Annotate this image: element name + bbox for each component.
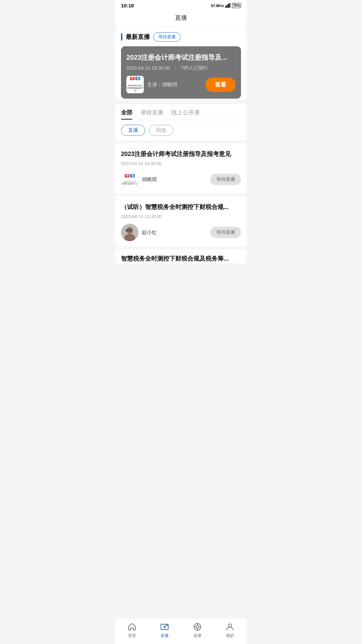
- featured-card: 2023注册会计师考试注册指导及... 2023-04-10 19:30:00 …: [121, 46, 241, 99]
- card-date: 2023-04-11 13:30:00: [121, 214, 241, 219]
- card-speaker: 赵小红: [121, 224, 157, 241]
- category-tabs: 全部 课程直播 线上公开课: [121, 104, 241, 120]
- svg-point-22: [196, 626, 199, 628]
- svg-rect-0: [225, 6, 226, 8]
- featured-date: 2023-04-10 19:30:00: [126, 65, 170, 71]
- page-header: 直播: [116, 10, 246, 27]
- battery-icon: 78%: [232, 3, 241, 8]
- course-icon: [193, 622, 202, 632]
- nav-course[interactable]: 选课: [181, 622, 214, 639]
- live-cards-list: 2023注册会计师考试注册指导及报考意见 2023-04-10 19:30:00…: [116, 141, 246, 269]
- waiting-button[interactable]: 等待直播: [210, 227, 241, 238]
- svg-rect-1: [227, 5, 228, 8]
- latest-live-section: 最新直播 等待直播 2023注册会计师考试注册指导及... 2023-04-10…: [116, 27, 246, 99]
- featured-meta: 2023-04-10 19:30:00 795人已预约: [126, 65, 236, 71]
- speaker-label-text: 主讲：胡晓琪: [147, 82, 177, 88]
- card-title: （试听）智慧税务全时测控下财税合规...: [121, 203, 241, 211]
- card-title: 2023注册会计师考试注册指导及报考意见: [121, 150, 241, 158]
- card-title: 智慧税务全时测控下财税合规及税务筹...: [121, 255, 241, 263]
- page-title: 直播: [175, 14, 187, 21]
- type-tab-replay[interactable]: 回放: [149, 125, 173, 136]
- svg-marker-19: [164, 626, 166, 628]
- svg-point-27: [228, 624, 232, 627]
- waiting-badge[interactable]: 等待直播: [153, 32, 181, 42]
- brand-logo-small: 中 税 taxchina.com智慧财税服务平台: [121, 171, 138, 188]
- filter-section: 全部 课程直播 线上公开课 直播 回放: [116, 104, 246, 141]
- divider: [175, 66, 176, 70]
- featured-bottom: 中 税 taxchina.com智慧财税服务平台 主讲：胡晓琪 查看: [126, 76, 236, 93]
- nav-live[interactable]: 直播: [148, 622, 181, 639]
- svg-text:中: 中: [131, 77, 134, 80]
- section-indicator: [121, 33, 122, 41]
- card-bottom: 赵小红 等待直播: [121, 224, 241, 241]
- live-card: （试听）智慧税务全时测控下财税合规... 2023-04-11 13:30:00: [116, 196, 246, 247]
- cat-tab-course[interactable]: 课程直播: [140, 109, 163, 120]
- featured-title: 2023注册会计师考试注册指导及...: [126, 53, 236, 62]
- cat-tab-all[interactable]: 全部: [121, 109, 132, 120]
- status-icons: 57.8K/s 78%: [211, 3, 241, 8]
- speaker-name: 胡晓琪: [142, 176, 157, 183]
- cat-tab-public[interactable]: 线上公开课: [171, 109, 200, 120]
- svg-rect-3: [229, 3, 230, 8]
- waiting-button[interactable]: 等待直播: [210, 174, 241, 185]
- live-card-partial: 智慧税务全时测控下财税合规及税务筹...: [116, 249, 246, 263]
- svg-text:税: 税: [131, 174, 134, 177]
- speaker-name: 赵小红: [142, 229, 157, 236]
- svg-rect-2: [228, 4, 229, 8]
- profile-icon: [225, 622, 235, 632]
- svg-point-13: [126, 227, 133, 234]
- home-icon: [127, 622, 137, 632]
- featured-subscribers: 795人已预约: [181, 65, 207, 71]
- card-date: 2023-04-10 19:30:00: [121, 161, 241, 166]
- nav-live-label: 直播: [161, 633, 169, 639]
- live-card: 2023注册会计师考试注册指导及报考意见 2023-04-10 19:30:00…: [116, 143, 246, 194]
- svg-text:中: 中: [126, 174, 129, 177]
- live-icon: [160, 622, 169, 632]
- nav-course-label: 选课: [193, 633, 201, 639]
- nav-profile-label: 我的: [226, 633, 234, 639]
- type-tabs: 直播 回放: [121, 120, 241, 141]
- svg-text:税: 税: [136, 77, 140, 80]
- svg-point-20: [166, 624, 168, 626]
- speed: 57.8K/s: [211, 4, 224, 8]
- type-tab-live[interactable]: 直播: [121, 125, 145, 136]
- bottom-nav: 首页 直播 选课: [116, 619, 246, 644]
- avatar: [121, 224, 138, 241]
- view-button[interactable]: 查看: [205, 77, 236, 92]
- nav-home[interactable]: 首页: [116, 622, 148, 639]
- time: 10:18: [121, 3, 134, 8]
- card-bottom: 中 税 taxchina.com智慧财税服务平台 胡晓琪 等待直播: [121, 171, 241, 188]
- nav-home-label: 首页: [128, 633, 136, 639]
- brand-logo: 中 税 taxchina.com智慧财税服务平台: [126, 76, 144, 93]
- network-icon: [225, 3, 231, 8]
- nav-profile[interactable]: 我的: [214, 622, 247, 639]
- status-bar: 10:18 57.8K/s 78%: [116, 0, 246, 10]
- card-speaker: 中 税 taxchina.com智慧财税服务平台 胡晓琪: [121, 171, 157, 188]
- featured-speaker: 中 税 taxchina.com智慧财税服务平台 主讲：胡晓琪: [126, 76, 177, 93]
- section-header: 最新直播 等待直播: [121, 32, 241, 42]
- section-title: 最新直播: [126, 33, 150, 41]
